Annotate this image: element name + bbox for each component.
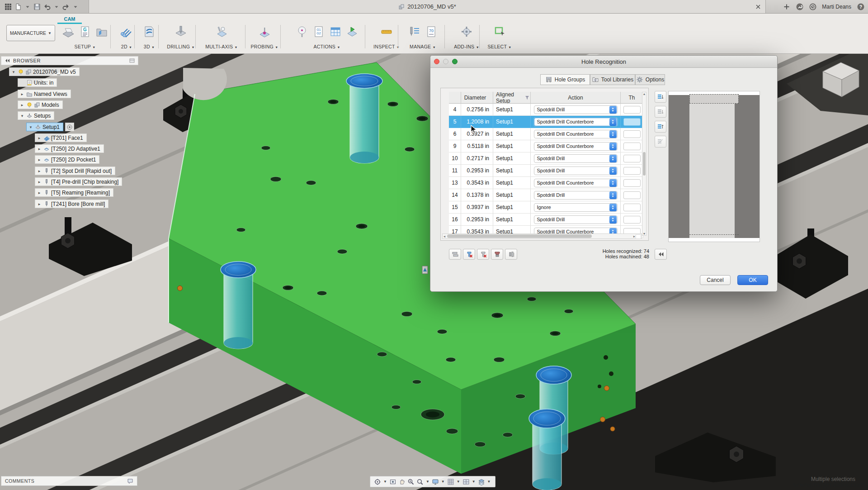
table-horizontal-scrollbar[interactable]: ◂ ▸ [442,233,642,239]
browser-item--t250-2d-pocket1[interactable]: ▸[T250] 2D Pocket1 [35,155,99,164]
generate-icon[interactable]: G1G2 [311,24,326,40]
sort-list-blue2-button[interactable] [655,121,666,133]
thread-field[interactable] [623,191,641,199]
addins-icon[interactable] [459,24,474,40]
user-name[interactable]: Marti Deans [822,4,851,10]
hole-group-row-9[interactable]: 90.5118 inSetup1Spotdrill Drill Counterb… [449,140,643,152]
hole-group-row-16[interactable]: 160.2953 inSetup1Spotdrill Drill▲▼ [449,214,643,226]
tree-down-arrow-icon[interactable]: ▾ [19,114,25,118]
ribbon-group-label[interactable]: MANAGE ▼ [410,44,436,49]
hole-group-row-13[interactable]: 130.3543 inSetup1Spotdrill Drill Counter… [449,177,643,189]
browser-item--t201-face1[interactable]: ▸[T201] Face1 [35,133,87,143]
minimize-window-icon[interactable] [443,59,448,64]
ribbon-group-label[interactable]: SETUP ▼ [75,44,96,49]
holder-button[interactable] [491,249,503,260]
thread-field[interactable] [623,130,641,138]
action-select[interactable]: Ignore▲▼ [534,203,618,212]
ribbon-group-label[interactable]: MULTI-AXIS ▼ [205,44,238,49]
tab-tool-libraries[interactable]: Tool Libraries [590,74,635,85]
column-header-row-number[interactable] [449,92,461,104]
column-header-Action[interactable]: Action [531,92,621,104]
viewport-caret-icon[interactable]: ▼ [472,480,476,484]
new-tab-icon[interactable] [783,3,790,10]
action-select[interactable]: Spotdrill Drill▲▼ [534,191,618,200]
pan-icon[interactable] [398,478,406,485]
tree-down-arrow-icon[interactable]: ▾ [28,125,33,129]
redo-caret-icon[interactable] [72,4,79,10]
browser-item--t5-reaming-reaming-[interactable]: ▸[T5] Reaming [Reaming] [35,188,113,197]
browser-item-setups[interactable]: ▾Setups [18,111,54,120]
ribbon-group-label[interactable]: ACTIONS ▼ [313,44,340,49]
thread-field[interactable] [623,118,641,126]
undo-icon[interactable] [43,3,51,10]
simulate-icon[interactable] [344,24,360,40]
filter-icon[interactable] [524,95,530,101]
ribbon-group-label[interactable]: DRILLING ▼ [167,44,194,49]
column-header-Diameter[interactable]: Diameter [461,92,493,104]
file-caret-icon[interactable] [24,4,31,10]
ok-button[interactable]: OK [737,275,768,285]
thread-field[interactable] [623,179,641,187]
tree-right-arrow-icon[interactable]: ▸ [37,202,42,206]
dialog-title-bar[interactable]: Hole Recognition [430,56,777,68]
browser-item-models[interactable]: ▸Models [18,100,63,109]
cancel-button[interactable]: Cancel [700,275,731,285]
column-header-Aligned Setup[interactable]: Aligned Setup [493,92,531,104]
help-icon[interactable]: ? [857,3,864,10]
collapse-preview-button[interactable] [655,249,667,260]
select-stepper-icon[interactable]: ▲▼ [609,204,617,211]
sort-list-disabled-button[interactable] [655,136,666,147]
browser-item-named-views[interactable]: ▸Named Views [18,89,71,99]
thread-field[interactable] [623,216,641,224]
action-select[interactable]: Spotdrill Drill Counterbore▲▼ [534,118,618,126]
action-select[interactable]: Spotdrill Drill▲▼ [534,167,618,175]
close-icon[interactable] [754,3,762,11]
delete-operation-button[interactable] [463,249,475,260]
browser-menu-icon[interactable] [129,57,135,64]
merge-holes-button[interactable] [449,249,461,260]
job-status-icon[interactable] [796,3,803,10]
milling-2d-icon[interactable] [119,24,134,40]
select-stepper-icon[interactable]: ▲▼ [609,155,617,162]
probing-icon[interactable] [257,24,272,40]
navbar-settings-icon[interactable] [478,478,485,485]
hole-group-row-10[interactable]: 100.2717 inSetup1Spotdrill Drill▲▼ [449,152,643,165]
tab-hole-groups[interactable]: Hole Groups [540,74,590,85]
tree-right-arrow-icon[interactable]: ▸ [37,136,42,140]
tree-down-arrow-icon[interactable]: ▾ [11,70,16,74]
setup-folder-icon[interactable] [94,24,109,40]
select-stepper-icon[interactable]: ▲▼ [609,106,617,114]
undo-caret-icon[interactable] [53,4,60,10]
browser-item--t4-pre-drill-chip-breaking-[interactable]: ▸[T4] Pre-drill [Chip breaking] [35,177,122,186]
browser-item-units-in[interactable]: Units: in [18,78,57,87]
browser-item-setup1[interactable]: ▾Setup1 [26,122,74,132]
select-stepper-icon[interactable]: ▲▼ [609,216,617,224]
orbit-icon[interactable] [374,478,381,485]
tree-right-arrow-icon[interactable]: ▸ [37,169,42,173]
ribbon-group-label[interactable]: PROBING ▼ [251,44,278,49]
navbar-settings-caret-icon[interactable]: ▼ [487,480,491,484]
post-library-icon[interactable]: 70 [424,24,439,40]
look-at-icon[interactable] [389,478,396,485]
save-icon[interactable] [33,3,41,10]
sort-list-blue-button[interactable] [655,91,666,103]
thread-field[interactable] [623,155,641,162]
action-select[interactable]: Spotdrill Drill Counterbore▲▼ [534,179,618,187]
sort-list-gray-button[interactable] [655,106,666,118]
ribbon-group-label[interactable]: SELECT ▼ [488,44,512,49]
orbit-caret-icon[interactable]: ▼ [383,480,387,484]
column-header-Th[interactable]: Th [621,92,643,104]
tree-right-arrow-icon[interactable]: ▸ [37,180,42,184]
fit-drill-button[interactable] [505,249,517,260]
select-stepper-icon[interactable]: ▲▼ [609,143,617,150]
browser-header[interactable]: BROWSER [1,56,138,65]
tree-right-arrow-icon[interactable]: ▸ [37,190,42,195]
display-caret-icon[interactable]: ▼ [441,480,445,484]
thread-field[interactable] [623,106,641,114]
app-grid-icon[interactable] [5,3,12,10]
toolpath-icon[interactable] [328,24,343,40]
ribbon-group-label[interactable]: INSPECT ▼ [373,44,400,49]
close-window-icon[interactable] [434,59,439,64]
action-select[interactable]: Spotdrill Drill Counterbore▲▼ [534,130,618,138]
thread-field[interactable] [623,204,641,211]
